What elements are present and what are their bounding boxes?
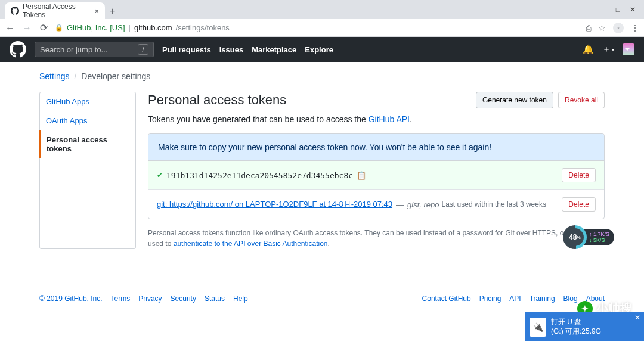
- profile-icon[interactable]: ◦: [613, 23, 624, 33]
- browser-tab[interactable]: Personal Access Tokens ×: [5, 2, 105, 19]
- footer-status[interactable]: Status: [205, 294, 225, 303]
- token-row-new: ✔ 191b131d14252e11deca20545852e7d3455ebc…: [148, 161, 604, 190]
- github-logo-icon[interactable]: [10, 41, 26, 58]
- window-close-icon[interactable]: ✕: [630, 5, 636, 14]
- footer-privacy[interactable]: Privacy: [138, 294, 162, 303]
- reload-icon[interactable]: ⟳: [38, 22, 49, 33]
- lock-icon: 🔒: [55, 24, 63, 32]
- user-avatar-dropdown[interactable]: [623, 43, 634, 55]
- notifications-icon[interactable]: 🔔: [583, 44, 594, 55]
- breadcrumb-settings[interactable]: Settings: [39, 72, 70, 81]
- menu-icon[interactable]: ⋮: [631, 23, 639, 33]
- github-nav: Pull requests Issues Marketplace Explore: [162, 45, 333, 54]
- footer-training[interactable]: Training: [530, 294, 555, 303]
- github-api-link[interactable]: GitHub API: [369, 114, 410, 124]
- footer-api[interactable]: API: [509, 294, 521, 303]
- copy-token-icon[interactable]: 📋: [357, 171, 366, 180]
- footer-contact[interactable]: Contact GitHub: [422, 294, 471, 303]
- toast-subtitle: (G:) 可用:25.9G: [551, 327, 601, 337]
- github-footer-logo-icon[interactable]: [328, 291, 342, 306]
- sidebar-item-personal-access-tokens[interactable]: Personal access tokens: [39, 130, 135, 158]
- net-upload: ↑ 1.7K/S: [589, 231, 609, 237]
- site-footer: © 2019 GitHub, Inc. Terms Privacy Securi…: [30, 273, 614, 306]
- toast-close-icon[interactable]: ✕: [634, 313, 640, 322]
- developer-sidebar: GitHub Apps OAuth Apps Personal access t…: [39, 92, 136, 249]
- delete-token-button[interactable]: Delete: [562, 168, 596, 182]
- window-minimize-icon[interactable]: —: [599, 5, 606, 14]
- translate-icon[interactable]: ⎙: [586, 23, 591, 33]
- nav-issues[interactable]: Issues: [219, 45, 243, 54]
- tab-close-icon[interactable]: ×: [94, 7, 99, 15]
- tab-title: Personal Access Tokens: [23, 2, 91, 19]
- url-path: /settings/tokens: [176, 23, 230, 32]
- secure-origin: GitHub, Inc. [US]: [67, 23, 125, 32]
- page-title: Personal access tokens: [148, 92, 286, 108]
- footer-help[interactable]: Help: [233, 294, 248, 303]
- main-content: Personal access tokens Generate new toke…: [148, 92, 605, 249]
- forward-icon[interactable]: →: [21, 23, 32, 33]
- nav-explore[interactable]: Explore: [305, 45, 333, 54]
- tab-strip: Personal Access Tokens × + — □ ✕: [0, 0, 644, 19]
- system-monitor-overlay[interactable]: 48% ↑ 1.7K/S ↓ 5K/S: [563, 225, 614, 249]
- window-maximize-icon[interactable]: □: [616, 5, 620, 14]
- url-host: github.com: [134, 23, 172, 32]
- github-search-input[interactable]: Search or jump to... /: [35, 42, 154, 57]
- breadcrumb: Settings / Developer settings: [30, 72, 614, 81]
- token-scopes: gist, repo: [407, 200, 439, 209]
- github-header: Search or jump to... / Pull requests Iss…: [0, 37, 644, 62]
- settings-layout: GitHub Apps OAuth Apps Personal access t…: [30, 92, 614, 249]
- net-download: ↓ 5K/S: [589, 237, 609, 243]
- sidebar-item-github-apps[interactable]: GitHub Apps: [40, 92, 135, 111]
- revoke-all-button[interactable]: Revoke all: [558, 92, 605, 108]
- new-tab-button[interactable]: +: [105, 4, 120, 19]
- basic-auth-link[interactable]: authenticate to the API over Basic Authe…: [174, 240, 328, 248]
- usb-toast[interactable]: 🔌 打开 U 盘 (G:) 可用:25.9G ✕: [525, 312, 644, 341]
- page-subtext: Tokens you have generated that can be us…: [148, 114, 605, 124]
- tab-favicon: [11, 6, 19, 15]
- flash-message: Make sure to copy your new personal acce…: [148, 134, 604, 161]
- delete-token-button[interactable]: Delete: [562, 197, 596, 212]
- address-bar: ← → ⟳ 🔒 GitHub, Inc. [US] | github.com/s…: [0, 19, 644, 37]
- footer-pricing[interactable]: Pricing: [479, 294, 501, 303]
- usb-icon: 🔌: [530, 318, 546, 337]
- token-last-used: Last used within the last 3 weeks: [442, 200, 546, 209]
- tokens-note: Personal access tokens function like ord…: [148, 228, 605, 249]
- token-row: git: https://github.com/ on LAPTOP-1O2DF…: [148, 190, 604, 219]
- footer-blog[interactable]: Blog: [564, 294, 578, 303]
- nav-pull-requests[interactable]: Pull requests: [162, 45, 211, 54]
- footer-terms[interactable]: Terms: [111, 294, 131, 303]
- bookmark-icon[interactable]: ☆: [598, 23, 606, 33]
- window-controls: — □ ✕: [591, 0, 644, 19]
- tokens-box: Make sure to copy your new personal acce…: [148, 133, 605, 219]
- check-icon: ✔: [157, 171, 163, 179]
- back-icon[interactable]: ←: [5, 23, 16, 33]
- breadcrumb-current: Developer settings: [81, 72, 150, 81]
- token-value: 191b131d14252e11deca20545852e7d3455ebc8c: [166, 171, 353, 180]
- token-description-link[interactable]: git: https://github.com/ on LAPTOP-1O2DF…: [157, 199, 392, 210]
- slash-key-icon: /: [138, 44, 148, 55]
- sidebar-item-oauth-apps[interactable]: OAuth Apps: [40, 111, 135, 130]
- browser-chrome: Personal Access Tokens × + — □ ✕ ← → ⟳ 🔒…: [0, 0, 644, 37]
- footer-copyright: © 2019 GitHub, Inc.: [39, 294, 103, 303]
- search-placeholder: Search or jump to...: [40, 45, 107, 54]
- generate-new-token-button[interactable]: Generate new token: [476, 92, 553, 108]
- nav-marketplace[interactable]: Marketplace: [252, 45, 296, 54]
- omnibox[interactable]: 🔒 GitHub, Inc. [US] | github.com/setting…: [55, 23, 580, 32]
- toast-title: 打开 U 盘: [551, 318, 601, 327]
- footer-security[interactable]: Security: [171, 294, 196, 303]
- create-new-dropdown[interactable]: ＋▾: [602, 44, 614, 55]
